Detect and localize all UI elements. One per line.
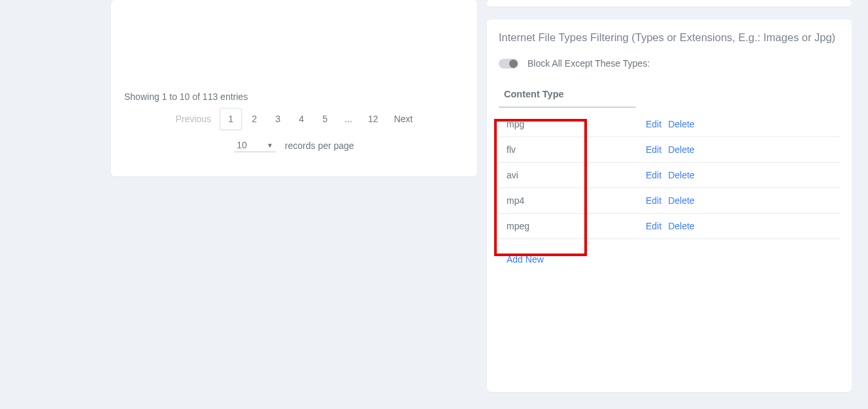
records-per-page-row: 10 ▼ records per page bbox=[111, 139, 477, 152]
edit-link[interactable]: Edit bbox=[646, 221, 661, 231]
toggle-label: Block All Except These Types: bbox=[527, 58, 650, 69]
toggle-knob bbox=[509, 59, 518, 68]
delete-link[interactable]: Delete bbox=[668, 144, 694, 155]
toggle-row: Block All Except These Types: bbox=[499, 58, 840, 69]
row-actions: Edit Delete bbox=[646, 170, 695, 180]
pagination-page-2[interactable]: 2 bbox=[243, 108, 265, 130]
content-type-cell: flv bbox=[499, 144, 646, 155]
pagination: Previous 1 2 3 4 5 ... 12 Next bbox=[111, 108, 477, 130]
block-all-toggle[interactable] bbox=[499, 59, 518, 69]
table-row: mpg Edit Delete bbox=[499, 112, 840, 137]
content-type-table: Content Type mpg Edit Delete flv Edit De… bbox=[499, 83, 840, 265]
table-row: mpeg Edit Delete bbox=[499, 214, 840, 239]
table-header-row: Content Type bbox=[499, 83, 636, 108]
add-new-row: Add New bbox=[499, 254, 840, 265]
left-panel: Showing 1 to 10 of 113 entries Previous … bbox=[111, 0, 477, 176]
pagination-ellipsis: ... bbox=[337, 108, 359, 130]
file-types-card: Internet File Types Filtering (Types or … bbox=[487, 20, 852, 392]
row-actions: Edit Delete bbox=[646, 119, 695, 129]
add-new-link[interactable]: Add New bbox=[507, 254, 544, 265]
delete-link[interactable]: Delete bbox=[668, 119, 694, 129]
card-title: Internet File Types Filtering (Types or … bbox=[499, 31, 840, 44]
records-select-value: 10 bbox=[237, 140, 247, 150]
row-actions: Edit Delete bbox=[646, 221, 695, 231]
records-select[interactable]: 10 ▼ bbox=[234, 139, 275, 152]
table-row: flv Edit Delete bbox=[499, 137, 840, 163]
table-row: avi Edit Delete bbox=[499, 163, 840, 188]
edit-link[interactable]: Edit bbox=[646, 119, 661, 129]
edit-link[interactable]: Edit bbox=[646, 170, 661, 180]
top-card-sliver bbox=[487, 0, 852, 7]
entries-summary: Showing 1 to 10 of 113 entries bbox=[124, 91, 248, 102]
content-type-header: Content Type bbox=[504, 89, 564, 99]
edit-link[interactable]: Edit bbox=[646, 195, 661, 206]
right-panel: Internet File Types Filtering (Types or … bbox=[487, 0, 852, 392]
content-type-cell: avi bbox=[499, 170, 646, 180]
table-row: mp4 Edit Delete bbox=[499, 188, 840, 214]
content-type-cell: mpeg bbox=[499, 221, 646, 231]
pagination-page-3[interactable]: 3 bbox=[267, 108, 289, 130]
row-actions: Edit Delete bbox=[646, 144, 695, 155]
pagination-page-5[interactable]: 5 bbox=[314, 108, 336, 130]
content-type-cell: mpg bbox=[499, 119, 646, 129]
table-body: mpg Edit Delete flv Edit Delete avi bbox=[499, 112, 840, 239]
chevron-down-icon: ▼ bbox=[267, 142, 273, 149]
delete-link[interactable]: Delete bbox=[668, 195, 694, 206]
delete-link[interactable]: Delete bbox=[668, 221, 694, 231]
pagination-page-1[interactable]: 1 bbox=[220, 108, 242, 130]
pagination-page-12[interactable]: 12 bbox=[361, 108, 386, 130]
pagination-previous[interactable]: Previous bbox=[169, 108, 218, 130]
records-label: records per page bbox=[285, 140, 354, 151]
edit-link[interactable]: Edit bbox=[646, 144, 661, 155]
pagination-next[interactable]: Next bbox=[387, 108, 420, 130]
content-type-cell: mp4 bbox=[499, 195, 646, 206]
pagination-page-4[interactable]: 4 bbox=[290, 108, 312, 130]
delete-link[interactable]: Delete bbox=[668, 170, 694, 180]
row-actions: Edit Delete bbox=[646, 195, 695, 206]
